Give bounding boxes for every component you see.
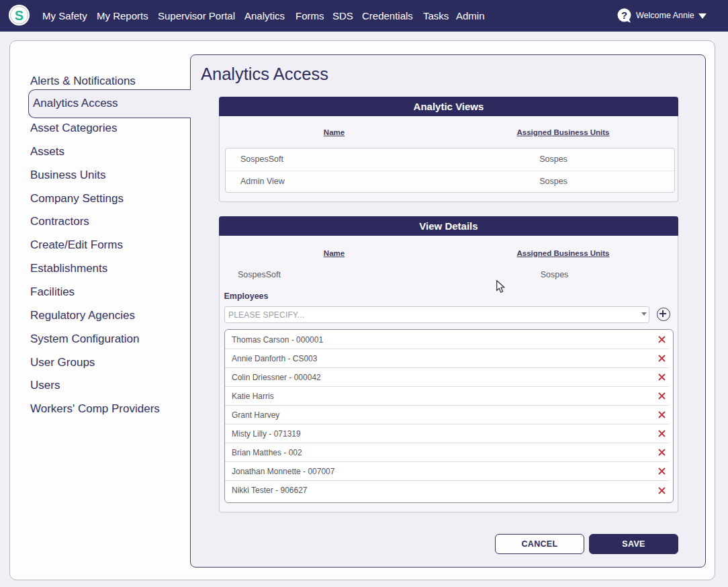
svg-text:?: ?	[621, 9, 627, 21]
